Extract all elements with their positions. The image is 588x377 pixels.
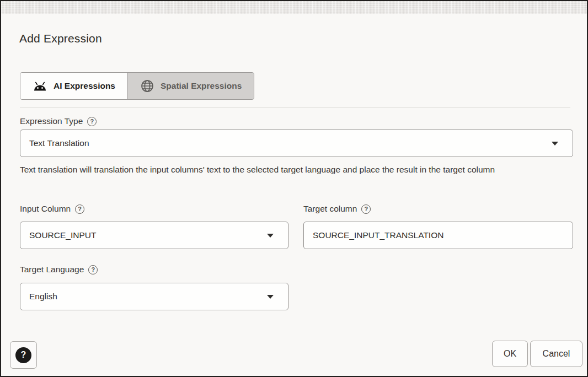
- target-language-label-text: Target Language: [20, 265, 84, 274]
- tab-ai-expressions[interactable]: AI Expressions: [20, 73, 128, 99]
- cancel-button[interactable]: Cancel: [530, 341, 582, 367]
- expression-type-description: Text translation will translation the in…: [20, 163, 573, 176]
- help-icon[interactable]: ?: [75, 204, 84, 214]
- input-column-select[interactable]: SOURCE_INPUT: [20, 222, 288, 249]
- target-language-select[interactable]: English: [20, 283, 288, 310]
- android-icon: [33, 81, 47, 91]
- tab-spatial-expressions-label: Spatial Expressions: [161, 81, 242, 91]
- expression-type-value: Text Translation: [29, 138, 89, 148]
- help-icon[interactable]: ?: [361, 204, 371, 214]
- expression-type-select[interactable]: Text Translation: [20, 130, 573, 157]
- target-column-label-text: Target column: [303, 204, 357, 214]
- expression-type-label-text: Expression Type: [20, 116, 83, 126]
- target-column-input[interactable]: [303, 222, 573, 249]
- expression-tab-group: AI Expressions Spatial Expressions: [20, 72, 254, 100]
- window-top-strip: [1, 1, 587, 14]
- chevron-down-icon: [552, 142, 558, 146]
- input-column-value: SOURCE_INPUT: [29, 230, 96, 240]
- page-title: Add Expression: [19, 32, 102, 45]
- help-icon[interactable]: ?: [87, 117, 97, 126]
- input-column-label-text: Input Column: [20, 204, 71, 214]
- tab-spatial-expressions[interactable]: Spatial Expressions: [128, 73, 254, 99]
- divider: [20, 107, 570, 107]
- target-language-value: English: [29, 292, 57, 301]
- target-column-label: Target column ?: [303, 204, 371, 214]
- expression-type-label: Expression Type ?: [20, 116, 97, 126]
- input-column-label: Input Column ?: [20, 204, 84, 214]
- help-button[interactable]: ?: [10, 341, 37, 369]
- tab-ai-expressions-label: AI Expressions: [54, 81, 115, 91]
- help-circle-icon: ?: [15, 347, 31, 363]
- chevron-down-icon: [267, 295, 274, 299]
- ok-button[interactable]: OK: [492, 341, 528, 367]
- add-expression-dialog: Add Expression AI Expressions: [0, 0, 588, 377]
- globe-icon: [140, 79, 154, 93]
- help-icon[interactable]: ?: [88, 265, 98, 274]
- target-language-label: Target Language ?: [20, 265, 98, 274]
- chevron-down-icon: [267, 234, 274, 238]
